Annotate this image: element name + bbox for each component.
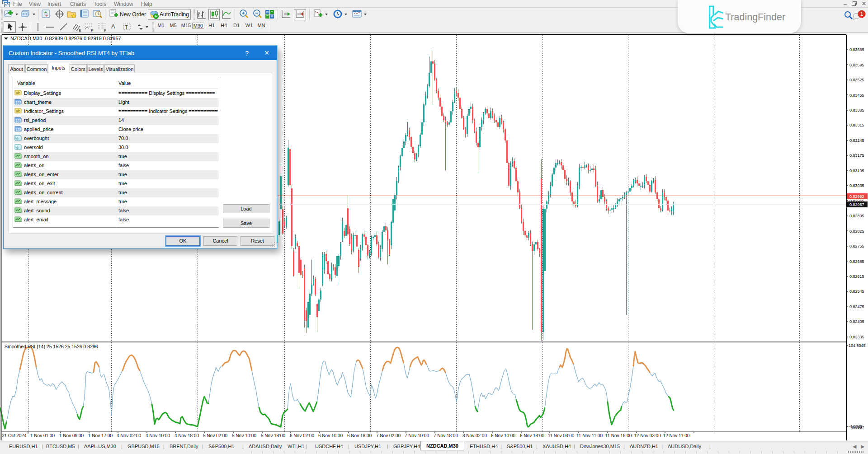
svg-text:1 Nov 09:00: 1 Nov 09:00 [59, 433, 84, 438]
svg-text:0.82895: 0.82895 [849, 214, 864, 218]
svg-text:8 Nov 10:00: 8 Nov 10:00 [491, 433, 515, 438]
svg-text:0.82957: 0.82957 [849, 202, 864, 207]
svg-text:7 Nov 10:00: 7 Nov 10:00 [405, 433, 429, 438]
svg-text:0.83385: 0.83385 [849, 108, 864, 112]
svg-text:12 Nov 11:00: 12 Nov 11:00 [663, 433, 690, 438]
svg-text:31 Oct 2024: 31 Oct 2024 [2, 433, 27, 438]
svg-text:8 Nov 02:00: 8 Nov 02:00 [462, 433, 487, 438]
svg-text:7 Nov 02:00: 7 Nov 02:00 [376, 433, 401, 438]
svg-text:1 Nov 01:00: 1 Nov 01:00 [30, 433, 55, 438]
svg-text:104.8045: 104.8045 [849, 343, 866, 348]
svg-text:F: F [104, 28, 106, 32]
svg-text:0.0907: 0.0907 [852, 425, 864, 430]
svg-text:0.83175: 0.83175 [849, 153, 864, 158]
svg-text:4 Nov 02:00: 4 Nov 02:00 [117, 433, 141, 438]
svg-text:0.83035: 0.83035 [849, 183, 864, 188]
svg-text:4 Nov 10:00: 4 Nov 10:00 [146, 433, 170, 438]
svg-text:11 Nov 19:00: 11 Nov 19:00 [605, 433, 632, 438]
svg-text:12 Nov 03:00: 12 Nov 03:00 [634, 433, 661, 438]
svg-text:5 Nov 10:00: 5 Nov 10:00 [232, 433, 256, 438]
svg-text:0.83315: 0.83315 [849, 123, 864, 127]
svg-text:½: ½ [15, 136, 19, 140]
svg-text:0.82685: 0.82685 [849, 259, 864, 264]
svg-text:1 Nov 17:00: 1 Nov 17:00 [88, 433, 113, 438]
svg-text:6 Nov 18:00: 6 Nov 18:00 [347, 433, 372, 438]
svg-text:0.82545: 0.82545 [849, 289, 864, 294]
svg-text:1: 1 [860, 11, 863, 17]
svg-text:0.83105: 0.83105 [849, 168, 864, 173]
svg-text:0.82992: 0.82992 [849, 194, 864, 199]
svg-text:123: 123 [15, 118, 21, 122]
svg-text:0.82825: 0.82825 [849, 229, 864, 234]
svg-text:0.82755: 0.82755 [849, 244, 864, 248]
svg-text:0.82335: 0.82335 [849, 335, 864, 339]
svg-text:0.82615: 0.82615 [849, 274, 864, 279]
svg-text:ab: ab [16, 109, 20, 113]
svg-text:6 Nov 02:00: 6 Nov 02:00 [290, 433, 314, 438]
svg-text:F: F [91, 28, 93, 32]
svg-text:123: 123 [15, 127, 21, 131]
svg-text:0.83245: 0.83245 [849, 138, 864, 143]
svg-text:5 Nov 02:00: 5 Nov 02:00 [203, 433, 227, 438]
svg-text:0.83455: 0.83455 [849, 93, 864, 98]
svg-text:7 Nov 18:00: 7 Nov 18:00 [434, 433, 458, 438]
svg-text:8 Nov 18:00: 8 Nov 18:00 [520, 433, 544, 438]
svg-text:11 Nov 11:00: 11 Nov 11:00 [576, 433, 603, 438]
svg-text:11 Nov 03:00: 11 Nov 03:00 [548, 433, 575, 438]
svg-text:0.82405: 0.82405 [849, 319, 864, 324]
svg-text:5 Nov 18:00: 5 Nov 18:00 [261, 433, 285, 438]
svg-text:4 Nov 18:00: 4 Nov 18:00 [175, 433, 199, 438]
svg-text:E: E [79, 28, 81, 32]
svg-text:½: ½ [15, 145, 19, 150]
svg-text:0.83595: 0.83595 [849, 63, 864, 67]
svg-text:0.83665: 0.83665 [849, 47, 864, 52]
svg-text:6 Nov 10:00: 6 Nov 10:00 [318, 433, 343, 438]
svg-text:0.83525: 0.83525 [849, 78, 864, 82]
svg-text:123: 123 [15, 100, 21, 104]
svg-text:0.82475: 0.82475 [849, 304, 864, 309]
svg-text:T: T [125, 24, 128, 30]
svg-text:ab: ab [16, 91, 20, 95]
